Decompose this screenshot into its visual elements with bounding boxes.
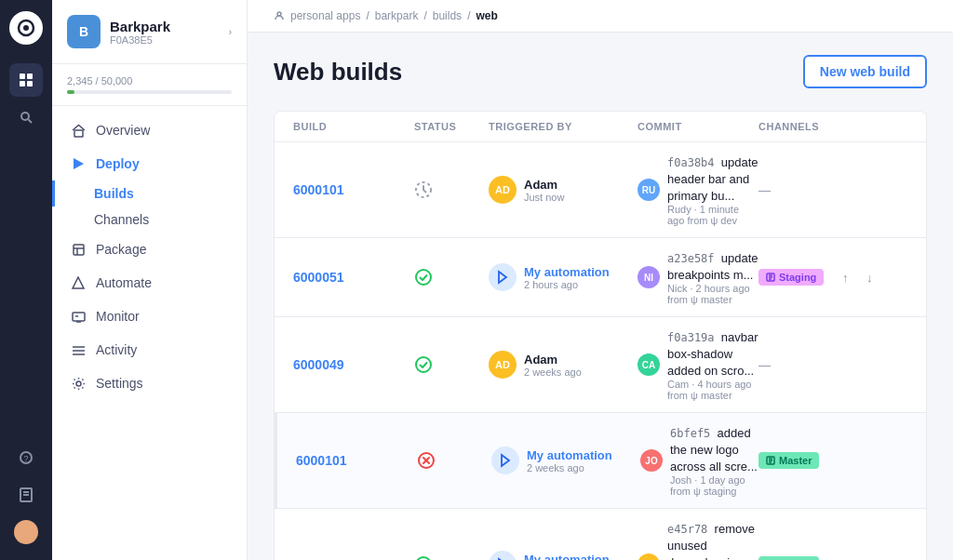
trigger-cell: My automation 3 weeks ago — [489, 551, 638, 560]
sidebar-item-overview[interactable]: Overview — [52, 113, 247, 147]
channels-cell: Master ↑ ↓ — [758, 554, 907, 560]
promote-down-button[interactable]: ↓ — [854, 554, 875, 560]
promote-up-button[interactable]: ↑ — [835, 267, 855, 287]
trigger-name: My automation — [524, 265, 610, 279]
build-id-link[interactable]: 6000101 — [296, 453, 347, 468]
svg-marker-29 — [499, 272, 506, 283]
sidebar-item-channels[interactable]: Channels — [52, 207, 247, 233]
sidebar-label-activity: Activity — [96, 342, 137, 357]
svg-marker-38 — [502, 455, 509, 466]
avatar — [489, 263, 517, 291]
svg-rect-5 — [27, 81, 33, 87]
new-web-build-button[interactable]: New web build — [803, 55, 927, 88]
nav-icon-help[interactable]: ? — [9, 441, 43, 474]
sidebar-nav: Overview Deploy Builds Channels Package … — [52, 106, 247, 545]
nav-icon-grid[interactable] — [9, 63, 43, 97]
nav-icon-book[interactable] — [9, 478, 43, 512]
page-title: Web builds — [274, 58, 402, 87]
status-cell — [414, 355, 489, 374]
svg-rect-2 — [20, 73, 25, 79]
progress-bar-bg — [67, 90, 232, 94]
table-row: 6000101 AD Adam Just now RU f0a38b4 upda… — [275, 142, 926, 238]
main-content: personal apps / barkpark / builds / web … — [248, 0, 953, 560]
action-icons: ↑ ↓ — [835, 267, 879, 287]
monitor-icon — [70, 308, 87, 325]
commit-author: Nick · 2 hours ago from ψ master — [667, 283, 758, 305]
breadcrumb-barkpark[interactable]: barkpark — [375, 9, 419, 22]
commit-author: Rudy · 1 minute ago from ψ dev — [667, 204, 758, 226]
table-row: 6000049 AD Adam 2 weeks ago CA f0a319a n… — [275, 317, 926, 413]
channel-badge: Staging — [758, 269, 824, 286]
col-header-build: BUILD — [293, 121, 414, 132]
breadcrumb-builds[interactable]: builds — [433, 9, 462, 22]
channels-cell: — — [758, 358, 907, 372]
promote-down-button[interactable]: ↓ — [859, 267, 879, 287]
build-id-link[interactable]: 6000101 — [293, 182, 344, 197]
commit-avatar: CA — [638, 353, 660, 376]
nav-icon-user[interactable] — [9, 515, 43, 549]
svg-rect-15 — [74, 245, 84, 255]
commit-cell: RU f0a38b4 update header bar and primary… — [638, 153, 758, 226]
sidebar-item-activity[interactable]: Activity — [52, 333, 247, 367]
channels-cell: — — [758, 183, 907, 197]
sidebar-header[interactable]: B Barkpark F0A38E5 › — [52, 0, 247, 64]
commit-author: Josh · 1 day ago from ψ staging — [670, 474, 758, 497]
sidebar-label-package: Package — [96, 242, 146, 257]
sidebar-item-monitor[interactable]: Monitor — [52, 300, 247, 333]
app-logo[interactable] — [9, 11, 43, 45]
page-header: Web builds New web build — [274, 55, 927, 88]
nav-icon-search[interactable] — [9, 100, 43, 134]
sidebar-item-settings[interactable]: Settings — [52, 367, 247, 400]
trigger-cell: My automation 2 weeks ago — [491, 447, 640, 474]
col-header-status: STATUS — [414, 121, 489, 132]
sidebar-item-automate[interactable]: Automate — [52, 266, 247, 300]
settings-icon — [70, 375, 87, 392]
sidebar: B Barkpark F0A38E5 › 2,345 / 50,000 Over… — [52, 0, 248, 560]
svg-rect-3 — [27, 73, 33, 79]
build-id-link[interactable]: 6000049 — [293, 357, 344, 372]
commit-avatar: RU — [638, 179, 660, 201]
sidebar-item-builds[interactable]: Builds — [52, 180, 247, 207]
trigger-cell: AD Adam 2 weeks ago — [489, 351, 638, 379]
trigger-time: 2 hours ago — [524, 279, 610, 290]
commit-cell: NI a23e58f update breakpoints m... Nick … — [638, 249, 758, 305]
sidebar-item-package[interactable]: Package — [52, 233, 247, 266]
sidebar-app-name: Barkpark — [110, 19, 170, 34]
promote-up-button[interactable]: ↑ — [830, 554, 851, 560]
col-header-triggered: TRIGGERED BY — [489, 121, 638, 132]
commit-hash: e45r78 — [667, 523, 715, 536]
svg-point-28 — [416, 270, 431, 285]
sidebar-item-deploy[interactable]: Deploy — [52, 147, 247, 180]
status-cell — [417, 451, 491, 470]
trigger-name: Adam — [524, 178, 564, 192]
svg-point-34 — [416, 357, 431, 372]
commit-author: Cam · 4 hours ago from ψ master — [667, 379, 758, 401]
svg-rect-19 — [73, 313, 85, 321]
trigger-time: 2 weeks ago — [524, 367, 582, 378]
progress-bar-fill — [67, 90, 74, 94]
builds-table: BUILD STATUS TRIGGERED BY COMMIT CHANNEL… — [274, 111, 927, 560]
build-id-link[interactable]: 6000051 — [293, 270, 344, 285]
breadcrumb: personal apps / barkpark / builds / web — [248, 0, 953, 33]
svg-rect-4 — [20, 81, 25, 87]
sidebar-app-id: F0A38E5 — [110, 34, 170, 46]
table-row: 6000087 My automation 3 weeks ago AD — [275, 509, 926, 560]
trigger-cell: My automation 2 hours ago — [489, 263, 638, 291]
channel-badge: Master — [758, 452, 819, 469]
svg-marker-14 — [74, 158, 84, 169]
trigger-time: 2 weeks ago — [527, 462, 612, 473]
sidebar-label-overview: Overview — [96, 123, 150, 138]
trigger-cell: AD Adam Just now — [489, 176, 638, 204]
sidebar-stats: 2,345 / 50,000 — [52, 64, 247, 106]
breadcrumb-personal[interactable]: personal apps — [290, 9, 360, 22]
commit-avatar: NI — [638, 266, 660, 288]
channels-cell: Master — [758, 452, 907, 469]
activity-icon — [70, 341, 87, 358]
sidebar-label-channels: Channels — [94, 212, 149, 227]
chevron-right-icon: › — [229, 27, 232, 37]
home-icon — [70, 122, 87, 139]
package-icon — [70, 241, 87, 258]
trigger-name: My automation — [527, 448, 612, 462]
status-cell — [414, 180, 489, 199]
svg-point-25 — [76, 381, 81, 386]
